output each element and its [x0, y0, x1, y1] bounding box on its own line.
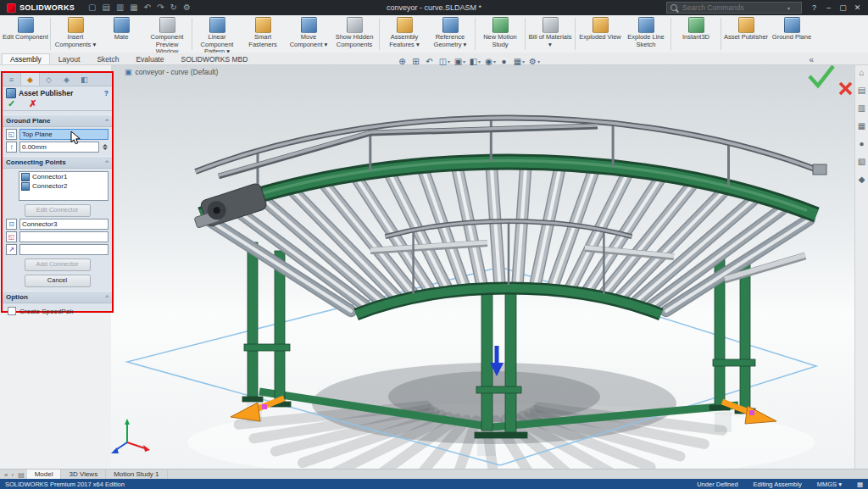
- apply-scene-icon[interactable]: ▦▾: [512, 57, 525, 66]
- appearances-scenes-icon[interactable]: ●: [859, 139, 864, 148]
- connector-name-field[interactable]: Connector3: [19, 219, 108, 230]
- edit-connector-button[interactable]: Edit Connector: [25, 204, 91, 217]
- create-speedpak-checkbox[interactable]: [8, 307, 16, 315]
- edit-appearance-icon[interactable]: ●: [498, 57, 509, 66]
- display-style-icon[interactable]: ◧▾: [468, 57, 481, 66]
- offset-field[interactable]: 0.00mm: [19, 142, 99, 153]
- option-section-header[interactable]: Option ^: [3, 291, 112, 303]
- ribbon-button-exploded-view[interactable]: Exploded View: [577, 15, 623, 53]
- connector-direction-field[interactable]: [19, 244, 108, 255]
- ground-plane-field[interactable]: Top Plane: [19, 129, 108, 140]
- close-button[interactable]: ✕: [850, 0, 865, 15]
- connector-list-item[interactable]: Connector1: [19, 172, 108, 181]
- ribbon-button-edit-component[interactable]: Edit Component: [3, 15, 48, 53]
- rebuild-icon[interactable]: ↻: [170, 0, 177, 15]
- tab-solidworks-mbd[interactable]: SOLIDWORKS MBD: [172, 53, 256, 64]
- file-explorer-icon[interactable]: ▥: [858, 103, 865, 113]
- offset-row: ↕ 0.00mm: [3, 140, 112, 153]
- zoom-area-icon[interactable]: ⊞: [410, 57, 421, 66]
- asset-publisher-icon: [6, 88, 16, 98]
- exploded-view-icon: [593, 17, 609, 33]
- solidworks-window: SOLIDWORKS ▢▤▥▦↶↷↻⚙ conveyor - curve.SLD…: [0, 0, 868, 489]
- connecting-points-section-header[interactable]: Connecting Points ^: [3, 156, 112, 169]
- cancel-x-button[interactable]: ✗: [29, 99, 36, 108]
- ribbon-button-component-preview-window[interactable]: Component Preview Window: [144, 15, 190, 53]
- previous-view-icon[interactable]: ↶: [424, 57, 435, 66]
- hide-show-items-icon[interactable]: ◉▾: [483, 57, 496, 66]
- conveyor-3d-model[interactable]: [111, 64, 854, 469]
- maximize-button[interactable]: ▢: [836, 0, 850, 15]
- custom-properties-icon[interactable]: ▧: [858, 157, 865, 166]
- connector-list[interactable]: Connector1Connector2: [19, 171, 108, 201]
- ground-plane-section-header[interactable]: Ground Plane ^: [3, 114, 112, 127]
- forum-icon[interactable]: ◆: [859, 175, 865, 184]
- save-icon[interactable]: ▥: [116, 0, 124, 15]
- connector-position-row: ◱: [3, 230, 112, 242]
- tab-evaluate[interactable]: Evaluate: [127, 53, 172, 64]
- search-input[interactable]: [681, 3, 784, 13]
- ribbon-button-linear-component-pattern[interactable]: Linear Component Pattern ▾: [194, 15, 240, 53]
- print-icon[interactable]: ▦: [130, 0, 137, 15]
- options-icon[interactable]: ⚙: [183, 0, 191, 15]
- edition-label: SOLIDWORKS Premium 2017 x64 Edition: [5, 481, 682, 488]
- search-commands-box[interactable]: ▾: [666, 2, 802, 14]
- offset-spinner[interactable]: [102, 144, 108, 150]
- connector-name-icon: ⊡: [6, 219, 17, 230]
- help-icon[interactable]: ?: [104, 89, 108, 97]
- connector-list-item[interactable]: Connector2: [19, 181, 108, 191]
- confirmation-corner[interactable]: [810, 66, 851, 94]
- ribbon-button-insert-components[interactable]: Insert Components ▾: [53, 15, 98, 53]
- open-document-icon[interactable]: ▤: [102, 0, 109, 15]
- ribbon-button-asset-publisher[interactable]: Asset Publisher: [723, 15, 769, 53]
- ribbon-button-bill-of-materials[interactable]: Bill of Materials ▾: [527, 15, 573, 53]
- tab-sketch[interactable]: Sketch: [88, 53, 127, 64]
- cancel-button[interactable]: Cancel: [25, 275, 91, 287]
- tab-layout[interactable]: Layout: [50, 53, 89, 64]
- add-connector-button[interactable]: Add Connector: [25, 258, 91, 271]
- dropdown-arrow-icon: ▾: [448, 58, 450, 64]
- propertymanager-tab[interactable]: ◆: [20, 73, 40, 86]
- tab-scroll-start-icon[interactable]: «: [3, 471, 9, 479]
- tab-assembly[interactable]: Assembly: [2, 53, 50, 64]
- solidworks-logo[interactable]: SOLIDWORKS: [0, 3, 81, 13]
- connector-position-field[interactable]: [19, 231, 108, 242]
- section-view-icon[interactable]: ◫▾: [437, 57, 450, 66]
- ribbon-button-ground-plane[interactable]: Ground Plane: [769, 15, 815, 53]
- ribbon-button-smart-fasteners[interactable]: Smart Fasteners: [240, 15, 286, 53]
- orientation-triad: [111, 419, 150, 453]
- ribbon-button-new-motion-study[interactable]: New Motion Study: [477, 15, 523, 53]
- search-dropdown-icon[interactable]: ▾: [787, 5, 790, 11]
- displaymanager-tab[interactable]: ◧: [75, 73, 93, 86]
- window-controls: ?–▢✕: [807, 0, 865, 15]
- configurationmanager-tab[interactable]: ◇: [40, 73, 58, 86]
- graphics-area[interactable]: ▣ conveyor - curve (Default): [111, 64, 854, 469]
- ribbon-button-mate[interactable]: Mate: [98, 15, 144, 53]
- minimize-button[interactable]: –: [821, 0, 836, 15]
- ok-button[interactable]: ✓: [8, 99, 15, 108]
- taskpane-collapse-icon[interactable]: «: [809, 55, 814, 64]
- ribbon-button-show-hidden-components[interactable]: Show Hidden Components: [331, 15, 377, 53]
- zoom-fit-icon[interactable]: ⊕: [397, 57, 408, 66]
- tab-scroll-left-icon[interactable]: ‹: [9, 471, 15, 479]
- units-selector[interactable]: MMGS ▾: [817, 481, 842, 488]
- undo-icon[interactable]: ↶: [144, 0, 151, 15]
- speedpak-row: Create SpeedPak: [3, 303, 112, 315]
- new-document-icon[interactable]: ▢: [88, 0, 96, 15]
- ribbon-button-instant3d[interactable]: Instant3D: [673, 15, 719, 53]
- dimxpert-tab[interactable]: ◈: [58, 73, 75, 86]
- ribbon-button-assembly-features[interactable]: Assembly Features ▾: [381, 15, 427, 53]
- ribbon-button-explode-line-sketch[interactable]: Explode Line Sketch: [623, 15, 669, 53]
- view-settings-icon[interactable]: ⚙▾: [527, 57, 540, 66]
- solidworks-resources-icon[interactable]: ⌂: [859, 68, 864, 77]
- design-library-icon[interactable]: ▤: [858, 86, 865, 95]
- featuremanager-tree-tab[interactable]: ≡: [3, 73, 20, 86]
- app-name: SOLIDWORKS: [19, 3, 75, 12]
- redo-icon[interactable]: ↷: [157, 0, 164, 15]
- tag-icon[interactable]: ▦: [857, 481, 863, 488]
- ribbon-button-move-component[interactable]: Move Component ▾: [286, 15, 331, 53]
- ribbon-button-reference-geometry[interactable]: Reference Geometry ▾: [427, 15, 473, 53]
- view-orientation-icon[interactable]: ▣▾: [453, 57, 465, 66]
- help-button[interactable]: ?: [807, 0, 821, 15]
- view-palette-icon[interactable]: ▦: [858, 121, 865, 131]
- mouse-cursor: [70, 131, 81, 146]
